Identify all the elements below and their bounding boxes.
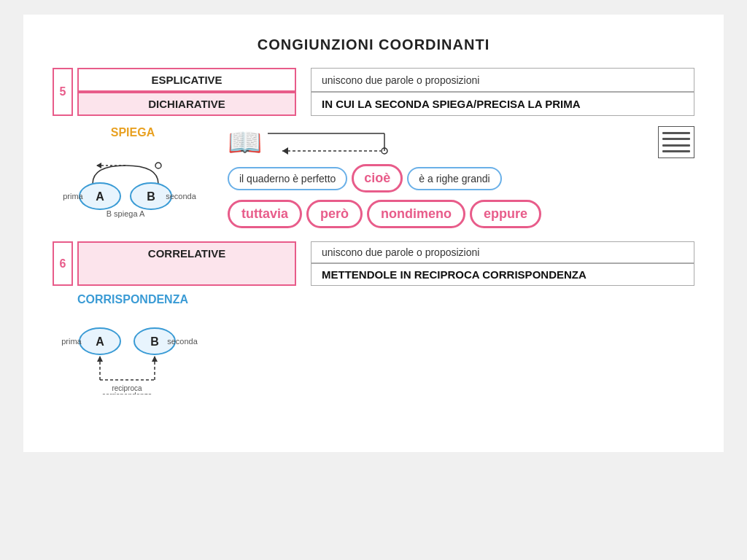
section-5-labels: ESPLICATIVE DICHIARATIVE [77, 68, 296, 116]
sentence-1: il quaderno è perfetto [228, 167, 347, 190]
section-5-right: 📖 [228, 126, 694, 228]
page-title: CONGIUNZIONI COORDINANTI [53, 36, 694, 53]
svg-text:corrispondenza: corrispondenza [102, 392, 152, 394]
section-6-diagrams: CORRISPONDENZA A B prima seconda [53, 293, 694, 397]
word-row: tuttavia però nondimeno eppure [228, 200, 694, 228]
svg-marker-1 [96, 163, 101, 168]
svg-text:seconda: seconda [166, 192, 196, 201]
svg-point-2 [155, 163, 161, 168]
sentence-row: il quaderno è perfetto cioè è a righe gr… [228, 164, 694, 192]
word-pero: però [306, 200, 363, 228]
section-6-desc1: uniscono due parole o proposizioni [311, 241, 694, 263]
word-eppure: eppure [470, 200, 541, 228]
section-5-number: 5 [53, 68, 73, 116]
section-5-descs: uniscono due parole o proposizioni IN CU… [303, 68, 694, 116]
svg-text:B: B [150, 335, 159, 348]
section-6-desc2: METTENDOLE IN RECIPROCA CORRISPONDENZA [311, 263, 694, 286]
section-6-descs: uniscono due parole o proposizioni METTE… [303, 241, 694, 286]
svg-text:A: A [96, 190, 104, 203]
section-6-number: 6 [53, 241, 73, 286]
lines-icon [658, 126, 694, 158]
svg-marker-22 [97, 356, 103, 362]
svg-marker-24 [152, 356, 158, 362]
svg-marker-13 [282, 147, 288, 155]
section-6-labels: CORRELATIVE [77, 241, 296, 286]
section-5-block: 5 ESPLICATIVE DICHIARATIVE uniscono due … [53, 68, 694, 228]
svg-text:B: B [147, 190, 155, 203]
sentence-2: è a righe grandi [407, 167, 501, 190]
section-5-label-dichiarative: DICHIARATIVE [77, 92, 296, 116]
svg-text:seconda: seconda [167, 337, 198, 346]
section-5-desc1: uniscono due parole o proposizioni [311, 68, 694, 92]
spiega-svg: A B prima seconda B spiega A [53, 144, 198, 224]
slide: CONGIUNZIONI COORDINANTI 5 ESPLICATIVE D… [23, 15, 724, 452]
svg-text:prima: prima [63, 192, 83, 201]
section-6-label: CORRELATIVE [77, 241, 296, 286]
spiega-diagram-area: SPIEGA A B prima [53, 126, 213, 227]
svg-text:B spiega A: B spiega A [107, 209, 145, 218]
svg-text:A: A [96, 335, 104, 348]
connector-svg [268, 126, 652, 158]
book-icon: 📖 [228, 126, 262, 158]
corrisp-title: CORRISPONDENZA [53, 293, 213, 306]
section-6-block: 6 CORRELATIVE uniscono due parole o prop… [53, 241, 694, 397]
section-5-diagrams: SPIEGA A B prima [53, 126, 694, 228]
section-5-label-esplicative: ESPLICATIVE [77, 68, 296, 92]
corrisp-svg: A B prima seconda [53, 311, 198, 394]
section-5-desc2: IN CUI LA SECONDA SPIEGA/PRECISA LA PRIM… [311, 92, 694, 116]
word-nondimeno: nondimeno [367, 200, 465, 228]
corrisp-diagram-area: CORRISPONDENZA A B prima seconda [53, 293, 213, 397]
word-tuttavia: tuttavia [228, 200, 302, 228]
svg-text:prima: prima [61, 337, 82, 346]
spiega-title: SPIEGA [53, 126, 213, 139]
cioe-box: cioè [352, 164, 403, 192]
